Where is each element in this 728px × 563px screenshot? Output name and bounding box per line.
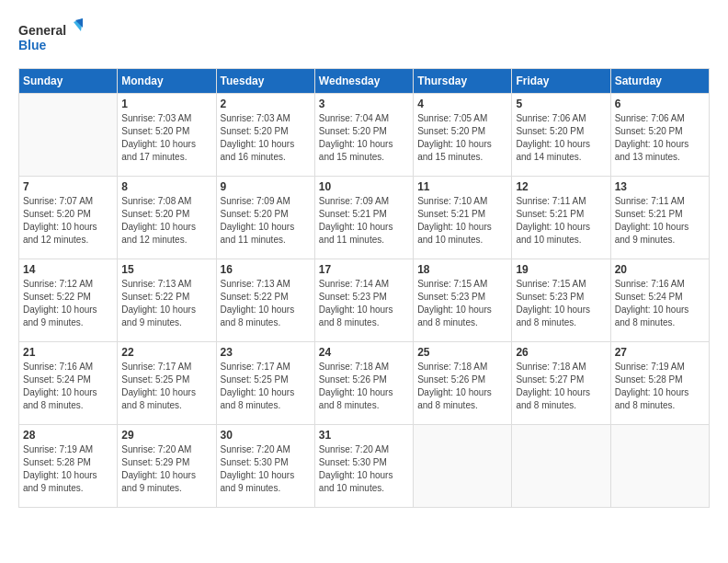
day-number: 31 <box>319 429 409 442</box>
calendar-header-sunday: Sunday <box>19 69 118 94</box>
cell-info: Sunrise: 7:13 AM Sunset: 5:22 PM Dayligh… <box>121 278 211 329</box>
day-number: 6 <box>615 98 705 110</box>
calendar-cell: 14Sunrise: 7:12 AM Sunset: 5:22 PM Dayli… <box>19 259 118 342</box>
day-number: 3 <box>319 98 409 110</box>
calendar-cell: 5Sunrise: 7:06 AM Sunset: 5:20 PM Daylig… <box>512 94 610 177</box>
cell-info: Sunrise: 7:10 AM Sunset: 5:21 PM Dayligh… <box>417 195 507 247</box>
calendar-cell: 20Sunrise: 7:16 AM Sunset: 5:24 PM Dayli… <box>610 259 709 342</box>
calendar-header-monday: Monday <box>118 69 216 94</box>
calendar-cell: 1Sunrise: 7:03 AM Sunset: 5:20 PM Daylig… <box>118 94 216 177</box>
calendar-cell: 17Sunrise: 7:14 AM Sunset: 5:23 PM Dayli… <box>314 259 413 342</box>
svg-text:General: General <box>18 23 66 38</box>
calendar-cell: 25Sunrise: 7:18 AM Sunset: 5:26 PM Dayli… <box>414 342 512 425</box>
calendar-cell: 29Sunrise: 7:20 AM Sunset: 5:29 PM Dayli… <box>118 425 216 508</box>
cell-info: Sunrise: 7:17 AM Sunset: 5:25 PM Dayligh… <box>121 361 211 412</box>
calendar-cell: 30Sunrise: 7:20 AM Sunset: 5:30 PM Dayli… <box>216 425 314 508</box>
calendar-cell <box>414 425 512 508</box>
day-number: 11 <box>417 180 507 193</box>
calendar-header-thursday: Thursday <box>414 69 512 94</box>
page-header: General Blue <box>18 18 710 59</box>
day-number: 23 <box>221 346 311 359</box>
calendar-cell: 15Sunrise: 7:13 AM Sunset: 5:22 PM Dayli… <box>118 259 216 342</box>
svg-text:Blue: Blue <box>18 38 47 52</box>
day-number: 22 <box>121 346 211 359</box>
calendar-cell: 6Sunrise: 7:06 AM Sunset: 5:20 PM Daylig… <box>610 94 709 177</box>
cell-info: Sunrise: 7:03 AM Sunset: 5:20 PM Dayligh… <box>121 112 211 164</box>
cell-info: Sunrise: 7:14 AM Sunset: 5:23 PM Dayligh… <box>319 278 409 329</box>
cell-info: Sunrise: 7:06 AM Sunset: 5:20 PM Dayligh… <box>516 112 606 164</box>
cell-info: Sunrise: 7:07 AM Sunset: 5:20 PM Dayligh… <box>23 195 113 247</box>
cell-info: Sunrise: 7:15 AM Sunset: 5:23 PM Dayligh… <box>516 278 606 329</box>
calendar-header-tuesday: Tuesday <box>216 69 314 94</box>
day-number: 21 <box>23 346 113 359</box>
logo: General Blue <box>18 18 83 59</box>
cell-info: Sunrise: 7:20 AM Sunset: 5:30 PM Dayligh… <box>319 443 409 495</box>
calendar-cell: 4Sunrise: 7:05 AM Sunset: 5:20 PM Daylig… <box>414 94 512 177</box>
day-number: 28 <box>23 429 113 442</box>
day-number: 9 <box>221 180 311 193</box>
calendar-cell: 27Sunrise: 7:19 AM Sunset: 5:28 PM Dayli… <box>610 342 709 425</box>
day-number: 5 <box>516 98 606 110</box>
calendar-cell: 13Sunrise: 7:11 AM Sunset: 5:21 PM Dayli… <box>610 177 709 259</box>
calendar-cell: 10Sunrise: 7:09 AM Sunset: 5:21 PM Dayli… <box>314 177 413 259</box>
cell-info: Sunrise: 7:09 AM Sunset: 5:20 PM Dayligh… <box>221 195 311 247</box>
calendar-cell: 31Sunrise: 7:20 AM Sunset: 5:30 PM Dayli… <box>314 425 413 508</box>
cell-info: Sunrise: 7:05 AM Sunset: 5:20 PM Dayligh… <box>417 112 507 164</box>
logo-svg: General Blue <box>18 18 83 59</box>
cell-info: Sunrise: 7:18 AM Sunset: 5:26 PM Dayligh… <box>319 361 409 412</box>
calendar-cell: 3Sunrise: 7:04 AM Sunset: 5:20 PM Daylig… <box>314 94 413 177</box>
day-number: 7 <box>23 180 113 193</box>
day-number: 17 <box>319 263 409 276</box>
calendar-cell: 26Sunrise: 7:18 AM Sunset: 5:27 PM Dayli… <box>512 342 610 425</box>
cell-info: Sunrise: 7:08 AM Sunset: 5:20 PM Dayligh… <box>121 195 211 247</box>
cell-info: Sunrise: 7:18 AM Sunset: 5:26 PM Dayligh… <box>417 361 507 412</box>
day-number: 8 <box>121 180 211 193</box>
cell-info: Sunrise: 7:17 AM Sunset: 5:25 PM Dayligh… <box>221 361 311 412</box>
calendar-cell: 16Sunrise: 7:13 AM Sunset: 5:22 PM Dayli… <box>216 259 314 342</box>
day-number: 14 <box>23 263 113 276</box>
day-number: 12 <box>516 180 606 193</box>
cell-info: Sunrise: 7:09 AM Sunset: 5:21 PM Dayligh… <box>319 195 409 247</box>
day-number: 19 <box>516 263 606 276</box>
cell-info: Sunrise: 7:11 AM Sunset: 5:21 PM Dayligh… <box>615 195 705 247</box>
calendar-cell: 12Sunrise: 7:11 AM Sunset: 5:21 PM Dayli… <box>512 177 610 259</box>
day-number: 18 <box>417 263 507 276</box>
cell-info: Sunrise: 7:20 AM Sunset: 5:29 PM Dayligh… <box>121 443 211 495</box>
calendar-cell <box>19 94 118 177</box>
calendar-cell: 9Sunrise: 7:09 AM Sunset: 5:20 PM Daylig… <box>216 177 314 259</box>
calendar-cell <box>610 425 709 508</box>
cell-info: Sunrise: 7:06 AM Sunset: 5:20 PM Dayligh… <box>615 112 705 164</box>
cell-info: Sunrise: 7:15 AM Sunset: 5:23 PM Dayligh… <box>417 278 507 329</box>
day-number: 27 <box>615 346 705 359</box>
calendar-cell: 21Sunrise: 7:16 AM Sunset: 5:24 PM Dayli… <box>19 342 118 425</box>
day-number: 29 <box>121 429 211 442</box>
calendar-table: SundayMondayTuesdayWednesdayThursdayFrid… <box>18 68 710 508</box>
calendar-header-friday: Friday <box>512 69 610 94</box>
calendar-cell: 8Sunrise: 7:08 AM Sunset: 5:20 PM Daylig… <box>118 177 216 259</box>
cell-info: Sunrise: 7:18 AM Sunset: 5:27 PM Dayligh… <box>516 361 606 412</box>
cell-info: Sunrise: 7:11 AM Sunset: 5:21 PM Dayligh… <box>516 195 606 247</box>
day-number: 1 <box>121 98 211 110</box>
day-number: 15 <box>121 263 211 276</box>
calendar-header-wednesday: Wednesday <box>314 69 413 94</box>
calendar-header-saturday: Saturday <box>610 69 709 94</box>
day-number: 16 <box>221 263 311 276</box>
cell-info: Sunrise: 7:20 AM Sunset: 5:30 PM Dayligh… <box>221 443 311 495</box>
cell-info: Sunrise: 7:04 AM Sunset: 5:20 PM Dayligh… <box>319 112 409 164</box>
calendar-cell: 2Sunrise: 7:03 AM Sunset: 5:20 PM Daylig… <box>216 94 314 177</box>
calendar-cell <box>512 425 610 508</box>
cell-info: Sunrise: 7:19 AM Sunset: 5:28 PM Dayligh… <box>615 361 705 412</box>
calendar-cell: 24Sunrise: 7:18 AM Sunset: 5:26 PM Dayli… <box>314 342 413 425</box>
cell-info: Sunrise: 7:16 AM Sunset: 5:24 PM Dayligh… <box>23 361 113 412</box>
cell-info: Sunrise: 7:03 AM Sunset: 5:20 PM Dayligh… <box>221 112 311 164</box>
cell-info: Sunrise: 7:16 AM Sunset: 5:24 PM Dayligh… <box>615 278 705 329</box>
cell-info: Sunrise: 7:12 AM Sunset: 5:22 PM Dayligh… <box>23 278 113 329</box>
calendar-cell: 11Sunrise: 7:10 AM Sunset: 5:21 PM Dayli… <box>414 177 512 259</box>
day-number: 30 <box>221 429 311 442</box>
calendar-cell: 19Sunrise: 7:15 AM Sunset: 5:23 PM Dayli… <box>512 259 610 342</box>
day-number: 20 <box>615 263 705 276</box>
calendar-cell: 18Sunrise: 7:15 AM Sunset: 5:23 PM Dayli… <box>414 259 512 342</box>
day-number: 13 <box>615 180 705 193</box>
cell-info: Sunrise: 7:19 AM Sunset: 5:28 PM Dayligh… <box>23 443 113 495</box>
calendar-cell: 22Sunrise: 7:17 AM Sunset: 5:25 PM Dayli… <box>118 342 216 425</box>
